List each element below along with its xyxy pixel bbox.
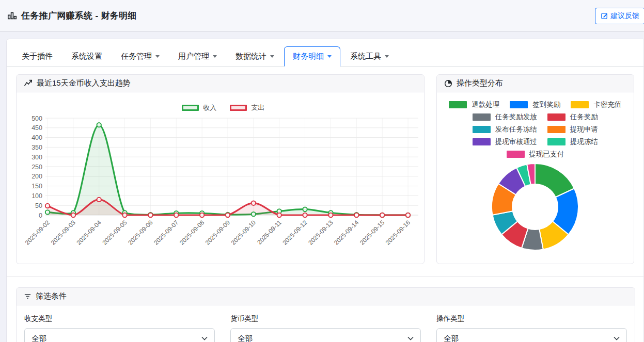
svg-text:2025-09-11: 2025-09-11 xyxy=(256,219,283,246)
main-card: 关于插件系统设置任务管理用户管理数据统计财务明细系统工具 最近15天金币收入支出… xyxy=(6,39,644,342)
line-chart-legend: 收入支出 xyxy=(23,103,424,112)
filter-select-income-expense-type[interactable]: 全部 xyxy=(24,328,215,342)
pie-legend-swatch xyxy=(571,101,589,108)
tab-数据统计[interactable]: 数据统计 xyxy=(227,46,283,67)
svg-text:300: 300 xyxy=(32,154,42,161)
filter-select-operation-type[interactable]: 全部 xyxy=(436,328,627,342)
filter-field-currency-type: 货币类型全部 xyxy=(230,314,421,342)
select-value: 全部 xyxy=(238,334,253,342)
svg-text:2025-09-07: 2025-09-07 xyxy=(152,219,180,247)
pie-legend-swatch xyxy=(473,113,491,121)
filter-panel-title: 筛选条件 xyxy=(36,291,67,301)
charts-row: 最近15天金币收入支出趋势 收入支出 050100150200250300350… xyxy=(16,74,634,264)
legend-item-支出[interactable]: 支出 xyxy=(230,103,264,112)
filter-select-currency-type[interactable]: 全部 xyxy=(230,328,421,342)
line-chart-panel-header: 最近15天金币收入支出趋势 xyxy=(17,75,424,92)
tab-label: 用户管理 xyxy=(178,52,209,61)
svg-text:2025-09-16: 2025-09-16 xyxy=(384,219,412,247)
svg-text:0: 0 xyxy=(39,212,42,219)
pie-legend-label: 卡密充值 xyxy=(593,100,621,109)
pie-legend-swatch xyxy=(473,138,491,145)
pie-legend-item-任务奖励[interactable]: 任务奖励 xyxy=(547,112,598,122)
feedback-button[interactable]: 建议反馈 xyxy=(595,8,644,24)
tab-系统工具[interactable]: 系统工具 xyxy=(341,46,398,67)
pie-legend-label: 提现申请 xyxy=(570,125,598,134)
caret-down-icon xyxy=(155,55,160,58)
donut-chart[interactable] xyxy=(436,159,634,255)
caret-down-icon xyxy=(327,55,332,58)
pie-legend-item-提现审核通过[interactable]: 提现审核通过 xyxy=(473,137,537,146)
pie-chart-title: 操作类型分布 xyxy=(457,78,503,88)
caret-down-icon xyxy=(385,55,389,58)
svg-text:2025-09-15: 2025-09-15 xyxy=(358,219,386,247)
pie-legend-swatch xyxy=(547,113,566,121)
pie-legend-label: 提现已支付 xyxy=(529,150,564,159)
svg-text:50: 50 xyxy=(35,202,42,209)
pie-legend-item-卡密充值[interactable]: 卡密充值 xyxy=(571,100,621,109)
pie-legend-swatch xyxy=(510,101,528,108)
filter-fields: 收支类型全部货币类型全部操作类型全部 xyxy=(17,305,635,342)
pie-legend-item-提现已支付[interactable]: 提现已支付 xyxy=(507,150,564,159)
tab-label: 系统设置 xyxy=(71,52,102,61)
svg-text:2025-09-09: 2025-09-09 xyxy=(204,219,232,247)
pie-legend-label: 发布任务冻结 xyxy=(495,125,537,134)
svg-text:2025-09-12: 2025-09-12 xyxy=(281,219,309,247)
tab-财务明细[interactable]: 财务明细 xyxy=(284,46,340,67)
card-content: 最近15天金币收入支出趋势 收入支出 050100150200250300350… xyxy=(7,67,643,342)
tab-label: 数据统计 xyxy=(235,52,266,61)
tab-关于插件[interactable]: 关于插件 xyxy=(13,46,61,67)
svg-text:250: 250 xyxy=(32,164,42,171)
pie-legend-swatch xyxy=(547,138,566,145)
filter-field-label: 操作类型 xyxy=(436,314,627,323)
tab-label: 关于插件 xyxy=(22,52,53,61)
chevron-down-icon xyxy=(407,336,414,341)
filter-panel: 筛选条件 收支类型全部货币类型全部操作类型全部 xyxy=(16,287,635,342)
caret-down-icon xyxy=(213,55,217,58)
pie-legend-label: 退款处理 xyxy=(472,100,499,109)
legend-item-收入[interactable]: 收入 xyxy=(182,103,216,112)
svg-text:2025-09-05: 2025-09-05 xyxy=(101,219,129,247)
svg-text:200: 200 xyxy=(32,173,42,180)
chevron-down-icon xyxy=(613,336,620,341)
caret-down-icon xyxy=(270,55,274,58)
line-chart[interactable]: 0501001502002503003504004505002025-09-02… xyxy=(17,113,425,264)
svg-text:500: 500 xyxy=(32,115,42,122)
pie-legend-swatch xyxy=(449,101,467,108)
tab-系统设置[interactable]: 系统设置 xyxy=(62,46,111,67)
pie-legend-swatch xyxy=(547,126,566,133)
page-title: 任务推广网赚系统 - 财务明细 xyxy=(21,10,137,22)
pie-legend-label: 签到奖励 xyxy=(532,100,560,109)
section-divider xyxy=(7,276,643,277)
pie-legend-item-提现申请[interactable]: 提现申请 xyxy=(547,125,598,134)
tab-用户管理[interactable]: 用户管理 xyxy=(169,46,226,67)
filter-field-income-expense-type: 收支类型全部 xyxy=(24,314,215,342)
chevron-down-icon xyxy=(201,336,208,341)
pie-legend-label: 任务奖励发放 xyxy=(495,112,537,122)
filter-field-label: 收支类型 xyxy=(24,314,215,323)
svg-text:2025-09-03: 2025-09-03 xyxy=(50,219,77,247)
svg-text:2025-09-08: 2025-09-08 xyxy=(178,219,206,247)
tab-label: 系统工具 xyxy=(350,52,381,61)
edit-icon xyxy=(601,12,608,20)
svg-text:150: 150 xyxy=(32,183,42,190)
line-chart-panel: 最近15天金币收入支出趋势 收入支出 050100150200250300350… xyxy=(16,74,425,264)
tab-label: 任务管理 xyxy=(121,52,152,61)
pie-legend-item-提现冻结[interactable]: 提现冻结 xyxy=(547,137,598,146)
tab-label: 财务明细 xyxy=(293,52,324,61)
pie-chart-body: 退款处理签到奖励卡密充值任务奖励发放任务奖励发布任务冻结提现申请提现审核通过提现… xyxy=(437,92,634,255)
svg-text:2025-09-04: 2025-09-04 xyxy=(75,219,103,247)
app-window: 任务推广网赚系统 - 财务明细 建议反馈 关于插件系统设置任务管理用户管理数据统… xyxy=(0,0,644,342)
legend-swatch xyxy=(230,105,247,111)
pie-legend-item-退款处理[interactable]: 退款处理 xyxy=(449,100,499,109)
filter-panel-header: 筛选条件 xyxy=(17,288,635,305)
bar-chart-icon xyxy=(7,11,17,21)
admin-header: 任务推广网赚系统 - 财务明细 建议反馈 xyxy=(0,0,644,32)
trend-icon xyxy=(24,79,33,88)
line-chart-body: 收入支出 0501001502002503003504004505002025-… xyxy=(17,103,424,264)
tab-任务管理[interactable]: 任务管理 xyxy=(112,46,168,67)
pie-legend-item-任务奖励发放[interactable]: 任务奖励发放 xyxy=(473,112,537,122)
pie-legend-item-签到奖励[interactable]: 签到奖励 xyxy=(510,100,560,109)
pie-legend-item-发布任务冻结[interactable]: 发布任务冻结 xyxy=(473,125,537,134)
pie-chart-icon xyxy=(444,79,452,88)
legend-swatch xyxy=(182,105,199,111)
